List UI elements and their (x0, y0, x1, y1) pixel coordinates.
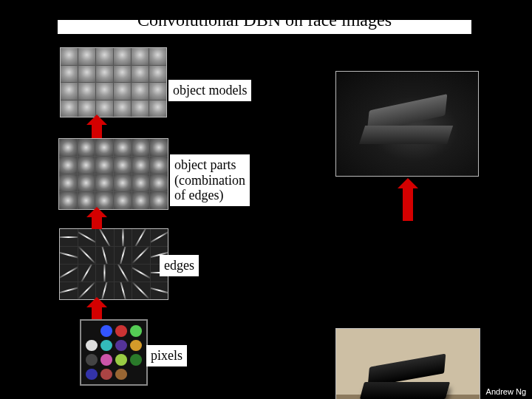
pixel-dot (115, 325, 127, 337)
slide-title: Convolutional DBN on face images (58, 10, 471, 30)
parts-grid (59, 139, 168, 209)
pixel-dot (100, 340, 112, 352)
slide-root: Convolutional DBN on face images (0, 0, 532, 399)
panel-object-parts (58, 138, 168, 210)
pixel-dot (130, 325, 142, 337)
pixel-dot (100, 369, 112, 381)
arrow-parts-to-models (92, 125, 102, 138)
label-text: edges (164, 258, 194, 273)
arrow-pixels-to-edges (92, 307, 102, 319)
pixel-dot (130, 354, 142, 366)
label-text: of edges) (174, 188, 223, 202)
pixel-dot (100, 354, 112, 366)
label-edges: edges (160, 255, 199, 276)
panel-edges (59, 228, 168, 300)
label-pixels: pixels (146, 345, 187, 366)
label-text: object models (173, 83, 247, 98)
label-text: object parts (174, 157, 236, 172)
arrow-photo-to-render (403, 188, 413, 221)
label-object-parts: object parts (combination of edges) (170, 154, 250, 206)
arrow-edges-to-parts (92, 217, 102, 229)
pixel-dot (130, 340, 142, 352)
label-text: pixels (151, 348, 183, 363)
pixel-dot (86, 369, 98, 381)
panel-object-models (60, 47, 167, 117)
faces-grid (61, 48, 166, 117)
pixel-dot (115, 340, 127, 352)
pixel-dot (86, 354, 98, 366)
panel-stapler-photo (335, 328, 480, 399)
pixel-dot (86, 340, 98, 352)
panel-pixels (80, 319, 148, 386)
label-object-models: object models (168, 80, 251, 101)
label-text: (combination (174, 173, 245, 188)
pixel-dot (115, 354, 127, 366)
pixel-dot (100, 325, 112, 337)
panel-stapler-edge-render (335, 71, 479, 177)
edges-grid (60, 229, 168, 299)
credit-text: Andrew Ng (486, 387, 526, 396)
pixel-dot (115, 369, 127, 381)
